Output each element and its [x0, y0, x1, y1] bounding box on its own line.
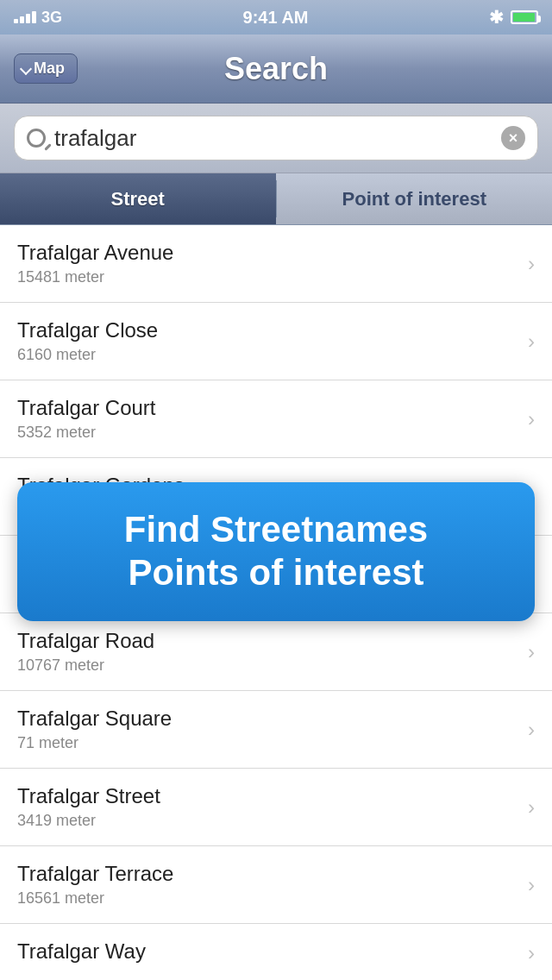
- signal-icon: [14, 11, 36, 23]
- nav-bar: Map Search: [0, 35, 552, 104]
- status-time: 9:41 AM: [243, 8, 309, 28]
- chevron-icon: ›: [528, 330, 535, 354]
- table-row[interactable]: Trafalgar Avenue 15481 meter ›: [0, 225, 552, 303]
- table-row[interactable]: Trafalgar Street 3419 meter ›: [0, 769, 552, 846]
- search-input[interactable]: [54, 125, 501, 152]
- status-left: 3G: [14, 9, 62, 27]
- tooltip-line1: Find Streetnames: [34, 508, 518, 551]
- tooltip-line2: Points of interest: [34, 551, 518, 594]
- results-list: Find Streetnames Points of interest Traf…: [0, 225, 552, 980]
- nav-title: Search: [224, 51, 328, 87]
- bluetooth-icon: ✱: [489, 7, 504, 28]
- table-row[interactable]: Trafalgar Square 71 meter ›: [0, 691, 552, 769]
- segment-street[interactable]: Street: [0, 173, 276, 224]
- segment-control: Street Point of interest: [0, 173, 552, 225]
- clear-button[interactable]: ×: [501, 126, 525, 150]
- table-row[interactable]: Trafalgar Terrace 16561 meter ›: [0, 846, 552, 924]
- status-right: ✱: [489, 7, 538, 28]
- status-bar: 3G 9:41 AM ✱: [0, 0, 552, 35]
- table-row[interactable]: Trafalgar Road 10767 meter ›: [0, 613, 552, 691]
- battery-icon: [511, 10, 538, 24]
- chevron-icon: ›: [528, 718, 535, 742]
- table-row[interactable]: Trafalgar Court 5352 meter ›: [0, 380, 552, 458]
- search-icon: [27, 129, 46, 148]
- segment-poi[interactable]: Point of interest: [277, 173, 553, 224]
- chevron-icon: ›: [528, 640, 535, 664]
- chevron-icon: ›: [528, 252, 535, 276]
- table-row[interactable]: Trafalgar Close 6160 meter ›: [0, 303, 552, 380]
- chevron-icon: ›: [528, 941, 535, 965]
- carrier-label: 3G: [41, 9, 62, 27]
- search-bar-container: ×: [0, 104, 552, 173]
- chevron-icon: ›: [528, 407, 535, 431]
- back-button[interactable]: Map: [14, 53, 78, 84]
- table-row[interactable]: Trafalgar Way ›: [0, 924, 552, 980]
- search-input-wrapper: ×: [14, 116, 538, 160]
- tooltip-overlay: Find Streetnames Points of interest: [17, 482, 535, 621]
- chevron-icon: ›: [528, 873, 535, 897]
- chevron-icon: ›: [528, 795, 535, 820]
